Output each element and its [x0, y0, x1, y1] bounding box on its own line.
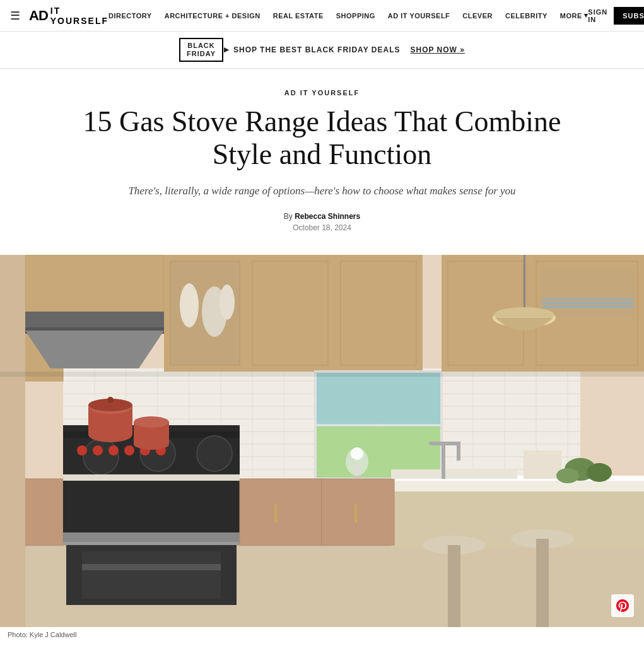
nav-link-ad-it-yourself[interactable]: AD IT YOURSELF [388, 12, 450, 20]
article-date: October 18, 2024 [76, 223, 568, 232]
article-category[interactable]: AD IT YOURSELF [76, 89, 568, 97]
nav-link-architecture-design[interactable]: ARCHITECTURE + DESIGN [165, 12, 261, 20]
svg-rect-95 [82, 564, 221, 570]
article-header: AD IT YOURSELF 15 Gas Stove Range Ideas … [0, 69, 644, 255]
nav-links-group: DIRECTORY ARCHITECTURE + DESIGN REAL EST… [108, 11, 588, 20]
svg-rect-65 [542, 298, 634, 300]
svg-point-88 [124, 445, 134, 455]
svg-rect-57 [315, 372, 442, 479]
kitchen-scene-svg [0, 255, 644, 627]
svg-rect-92 [63, 542, 240, 545]
logo-it-yourself-text: IT YOURSELF [50, 6, 108, 26]
nav-link-real-estate[interactable]: REAL ESTATE [273, 12, 324, 20]
svg-rect-106 [274, 504, 277, 523]
nav-link-celebrity[interactable]: CELEBRITY [505, 12, 547, 20]
svg-point-120 [556, 468, 579, 483]
bf-badge-line2: FRIDAY [187, 50, 216, 58]
svg-rect-62 [539, 267, 635, 318]
nav-link-directory[interactable]: DIRECTORY [108, 12, 152, 20]
logo-ad-text: AD [29, 8, 48, 24]
svg-rect-109 [354, 504, 357, 523]
black-friday-banner: BLACK FRIDAY SHOP THE BEST BLACK FRIDAY … [0, 32, 644, 69]
svg-rect-107 [322, 479, 394, 545]
svg-rect-117 [524, 450, 561, 479]
nav-link-shopping[interactable]: SHOPPING [336, 12, 375, 20]
svg-point-100 [107, 397, 114, 403]
svg-rect-110 [391, 469, 517, 479]
svg-point-86 [93, 445, 103, 455]
nav-left-group: ☰ AD IT YOURSELF [10, 6, 108, 26]
svg-rect-36 [25, 255, 164, 312]
svg-rect-111 [442, 444, 445, 479]
svg-rect-122 [0, 372, 644, 377]
svg-rect-104 [240, 479, 322, 545]
photo-credit: Photo: Kyle J Caldwell [0, 627, 644, 642]
svg-rect-63 [542, 305, 634, 308]
nav-right-group: SIGN IN SUBSCRIBE [588, 7, 644, 25]
svg-point-82 [83, 439, 119, 474]
svg-point-116 [351, 447, 363, 460]
svg-rect-123 [63, 474, 240, 481]
svg-rect-73 [448, 545, 460, 627]
svg-point-119 [587, 463, 612, 482]
nav-more-label: MORE [560, 12, 582, 20]
nav-link-clever[interactable]: CLEVER [462, 12, 493, 20]
svg-point-42 [220, 285, 235, 320]
pinterest-icon[interactable] [611, 594, 634, 617]
svg-point-84 [197, 436, 232, 471]
signin-button[interactable]: SIGN IN [588, 8, 607, 23]
svg-point-103 [134, 416, 169, 428]
bf-badge-line1: BLACK [187, 42, 216, 50]
site-logo[interactable]: AD IT YOURSELF [29, 6, 108, 26]
nav-link-more[interactable]: MORE ▾ [560, 11, 588, 20]
svg-rect-46 [246, 255, 334, 372]
hamburger-menu-icon[interactable]: ☰ [10, 9, 20, 23]
article-title: 15 Gas Stove Range Ideas That Combine St… [76, 105, 568, 170]
article-subtitle: There's, literally, a wide range of opti… [76, 183, 568, 199]
article-author[interactable]: Rebecca Shinners [295, 212, 360, 221]
svg-rect-76 [536, 539, 549, 627]
black-friday-deals-text: SHOP THE BEST BLACK FRIDAY DEALS [233, 45, 400, 54]
svg-point-87 [108, 445, 119, 455]
black-friday-badge[interactable]: BLACK FRIDAY [179, 38, 223, 62]
subscribe-button[interactable]: SUBSCRIBE [614, 7, 644, 25]
svg-rect-94 [82, 551, 221, 599]
hero-image [0, 255, 644, 627]
black-friday-shop-link[interactable]: SHOP NOW » [410, 45, 464, 54]
svg-point-40 [180, 283, 199, 327]
svg-point-85 [77, 445, 87, 455]
svg-rect-121 [0, 255, 25, 627]
hero-image-section: Photo: Kyle J Caldwell [0, 255, 644, 642]
svg-rect-64 [542, 302, 634, 304]
top-navigation: ☰ AD IT YOURSELF DIRECTORY ARCHITECTURE … [0, 0, 644, 32]
svg-rect-112 [429, 442, 458, 445]
svg-rect-48 [334, 255, 423, 372]
byline-prefix: By [284, 212, 295, 221]
article-byline: By Rebecca Shinners [76, 212, 568, 221]
svg-rect-113 [457, 442, 460, 461]
